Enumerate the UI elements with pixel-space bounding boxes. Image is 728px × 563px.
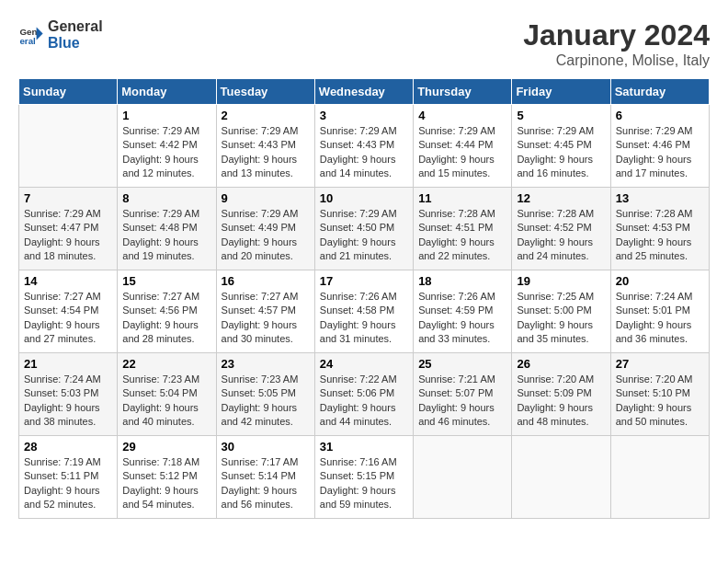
column-header-monday: Monday xyxy=(118,79,216,105)
day-number: 4 xyxy=(418,109,506,122)
day-info: Sunrise: 7:20 AM Sunset: 5:09 PM Dayligh… xyxy=(517,373,605,430)
daylight-text: Daylight: 9 hours and 36 minutes. xyxy=(616,319,692,344)
sunrise-text: Sunrise: 7:28 AM xyxy=(517,208,594,219)
sunset-text: Sunset: 5:01 PM xyxy=(616,304,690,316)
sunset-text: Sunset: 4:42 PM xyxy=(122,139,197,150)
calendar-cell: 28 Sunrise: 7:19 AM Sunset: 5:11 PM Dayl… xyxy=(19,436,118,519)
calendar-cell: 21 Sunrise: 7:24 AM Sunset: 5:03 PM Dayl… xyxy=(19,353,118,436)
calendar-cell: 7 Sunrise: 7:29 AM Sunset: 4:47 PM Dayli… xyxy=(19,188,118,270)
day-info: Sunrise: 7:19 AM Sunset: 5:11 PM Dayligh… xyxy=(24,455,112,512)
sunset-text: Sunset: 4:56 PM xyxy=(122,304,197,316)
day-info: Sunrise: 7:17 AM Sunset: 5:14 PM Dayligh… xyxy=(222,455,310,512)
sunrise-text: Sunrise: 7:28 AM xyxy=(616,208,693,219)
day-info: Sunrise: 7:29 AM Sunset: 4:49 PM Dayligh… xyxy=(222,207,310,264)
sunrise-text: Sunrise: 7:21 AM xyxy=(418,373,495,385)
column-header-friday: Friday xyxy=(512,79,610,105)
day-number: 20 xyxy=(616,274,704,288)
calendar-cell: 10 Sunrise: 7:29 AM Sunset: 4:50 PM Dayl… xyxy=(314,188,413,270)
day-number: 30 xyxy=(222,440,310,454)
day-number: 18 xyxy=(418,274,506,288)
day-info: Sunrise: 7:28 AM Sunset: 4:52 PM Dayligh… xyxy=(517,207,605,264)
calendar-cell: 2 Sunrise: 7:29 AM Sunset: 4:43 PM Dayli… xyxy=(216,105,314,188)
daylight-text: Daylight: 9 hours and 33 minutes. xyxy=(418,319,495,344)
sunset-text: Sunset: 5:05 PM xyxy=(222,387,296,398)
day-info: Sunrise: 7:29 AM Sunset: 4:43 PM Dayligh… xyxy=(320,124,408,181)
sunrise-text: Sunrise: 7:27 AM xyxy=(122,291,199,302)
day-number: 3 xyxy=(320,109,408,122)
day-number: 24 xyxy=(320,357,408,371)
sunset-text: Sunset: 4:54 PM xyxy=(24,304,98,316)
sunrise-text: Sunrise: 7:27 AM xyxy=(222,291,299,302)
calendar-cell: 4 Sunrise: 7:29 AM Sunset: 4:44 PM Dayli… xyxy=(414,105,512,188)
day-number: 6 xyxy=(616,109,704,122)
sunset-text: Sunset: 5:14 PM xyxy=(222,470,296,481)
day-number: 14 xyxy=(24,274,112,288)
sunrise-text: Sunrise: 7:29 AM xyxy=(517,125,594,136)
calendar-cell xyxy=(19,105,118,188)
logo: Gen eral General Blue xyxy=(18,18,103,52)
daylight-text: Daylight: 9 hours and 46 minutes. xyxy=(418,402,495,427)
day-number: 28 xyxy=(24,440,112,454)
calendar-cell: 11 Sunrise: 7:28 AM Sunset: 4:51 PM Dayl… xyxy=(414,188,512,270)
calendar-cell: 14 Sunrise: 7:27 AM Sunset: 4:54 PM Dayl… xyxy=(19,270,118,353)
day-number: 21 xyxy=(24,357,112,371)
daylight-text: Daylight: 9 hours and 56 minutes. xyxy=(222,485,298,510)
sunset-text: Sunset: 5:07 PM xyxy=(418,387,493,398)
sunset-text: Sunset: 5:04 PM xyxy=(122,387,197,398)
sunset-text: Sunset: 4:59 PM xyxy=(418,304,493,316)
sunset-text: Sunset: 5:09 PM xyxy=(517,387,591,398)
day-number: 25 xyxy=(418,357,506,371)
column-header-wednesday: Wednesday xyxy=(314,79,413,105)
page-header: Gen eral General Blue January 2024 Carpi… xyxy=(18,18,710,69)
daylight-text: Daylight: 9 hours and 35 minutes. xyxy=(517,319,593,344)
calendar-cell: 6 Sunrise: 7:29 AM Sunset: 4:46 PM Dayli… xyxy=(610,105,709,188)
sunset-text: Sunset: 4:45 PM xyxy=(517,139,591,150)
sunrise-text: Sunrise: 7:23 AM xyxy=(222,373,299,385)
day-info: Sunrise: 7:25 AM Sunset: 5:00 PM Dayligh… xyxy=(517,290,605,347)
calendar-cell: 26 Sunrise: 7:20 AM Sunset: 5:09 PM Dayl… xyxy=(512,353,610,436)
sunset-text: Sunset: 4:57 PM xyxy=(222,304,296,316)
sunrise-text: Sunrise: 7:24 AM xyxy=(24,373,101,385)
sunrise-text: Sunrise: 7:22 AM xyxy=(320,373,397,385)
sunrise-text: Sunrise: 7:16 AM xyxy=(320,456,397,467)
daylight-text: Daylight: 9 hours and 38 minutes. xyxy=(24,402,100,427)
calendar-cell: 17 Sunrise: 7:26 AM Sunset: 4:58 PM Dayl… xyxy=(314,270,413,353)
day-number: 10 xyxy=(320,191,408,205)
day-number: 11 xyxy=(418,191,506,205)
daylight-text: Daylight: 9 hours and 20 minutes. xyxy=(222,236,298,261)
day-number: 23 xyxy=(222,357,310,371)
calendar-cell: 1 Sunrise: 7:29 AM Sunset: 4:42 PM Dayli… xyxy=(118,105,216,188)
daylight-text: Daylight: 9 hours and 40 minutes. xyxy=(122,402,199,427)
sunrise-text: Sunrise: 7:17 AM xyxy=(222,456,299,467)
daylight-text: Daylight: 9 hours and 27 minutes. xyxy=(24,319,100,344)
day-info: Sunrise: 7:27 AM Sunset: 4:54 PM Dayligh… xyxy=(24,290,112,347)
sunrise-text: Sunrise: 7:19 AM xyxy=(24,456,101,467)
sunset-text: Sunset: 4:53 PM xyxy=(616,222,690,233)
sunset-text: Sunset: 5:15 PM xyxy=(320,470,394,481)
sunrise-text: Sunrise: 7:29 AM xyxy=(320,125,397,136)
day-info: Sunrise: 7:27 AM Sunset: 4:56 PM Dayligh… xyxy=(122,290,210,347)
column-header-thursday: Thursday xyxy=(414,79,512,105)
column-header-tuesday: Tuesday xyxy=(216,79,314,105)
daylight-text: Daylight: 9 hours and 13 minutes. xyxy=(222,154,298,178)
logo-text-line1: General xyxy=(48,18,103,35)
day-number: 15 xyxy=(122,274,210,288)
day-number: 13 xyxy=(616,191,704,205)
sunset-text: Sunset: 4:58 PM xyxy=(320,304,394,316)
logo-text-line2: Blue xyxy=(48,35,103,52)
daylight-text: Daylight: 9 hours and 22 minutes. xyxy=(418,236,495,261)
calendar-header-row: SundayMondayTuesdayWednesdayThursdayFrid… xyxy=(19,79,710,105)
sunrise-text: Sunrise: 7:29 AM xyxy=(24,208,101,219)
day-info: Sunrise: 7:29 AM Sunset: 4:46 PM Dayligh… xyxy=(616,124,704,181)
day-number: 7 xyxy=(24,191,112,205)
svg-marker-2 xyxy=(37,28,43,40)
sunset-text: Sunset: 5:06 PM xyxy=(320,387,394,398)
svg-text:eral: eral xyxy=(19,36,36,46)
daylight-text: Daylight: 9 hours and 12 minutes. xyxy=(122,154,199,178)
day-number: 27 xyxy=(616,357,704,371)
sunset-text: Sunset: 4:51 PM xyxy=(418,222,493,233)
calendar-week-row: 28 Sunrise: 7:19 AM Sunset: 5:11 PM Dayl… xyxy=(19,436,710,519)
day-number: 9 xyxy=(222,191,310,205)
calendar-cell: 9 Sunrise: 7:29 AM Sunset: 4:49 PM Dayli… xyxy=(216,188,314,270)
day-info: Sunrise: 7:24 AM Sunset: 5:01 PM Dayligh… xyxy=(616,290,704,347)
